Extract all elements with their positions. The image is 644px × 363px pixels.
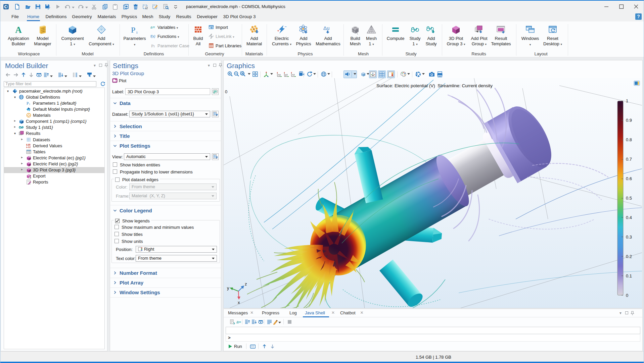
- svg-text:a: a: [150, 25, 152, 29]
- svg-text:0.1: 0.1: [626, 273, 632, 278]
- svg-text:A: A: [15, 25, 22, 35]
- svg-text:yz: yz: [285, 73, 288, 76]
- svg-text:y: y: [227, 286, 229, 291]
- svg-text:ı: ı: [136, 30, 138, 35]
- svg-text:0.7: 0.7: [626, 157, 632, 162]
- svg-text:−: −: [285, 25, 287, 29]
- svg-text:Δu: Δu: [323, 25, 329, 31]
- svg-text:xz: xz: [292, 73, 295, 76]
- svg-text:0: 0: [626, 293, 628, 298]
- svg-text:Surface: Electric potential (V: Surface: Electric potential (V) Streamli…: [376, 83, 493, 88]
- svg-text:0.8: 0.8: [626, 137, 632, 142]
- svg-text:f(x): f(x): [150, 35, 155, 38]
- svg-text:Pı: Pı: [151, 43, 155, 48]
- svg-text:0.2: 0.2: [626, 254, 632, 259]
- svg-text:0.4: 0.4: [626, 215, 632, 220]
- svg-text:ı: ı: [29, 102, 30, 106]
- svg-text:0.5: 0.5: [626, 196, 632, 201]
- svg-text:0.3: 0.3: [626, 235, 632, 240]
- svg-text:xy: xy: [278, 73, 281, 76]
- svg-text:0.9: 0.9: [626, 118, 632, 123]
- svg-text:z: z: [245, 281, 247, 287]
- svg-text:0: 0: [225, 89, 227, 94]
- svg-text:0.6: 0.6: [626, 176, 632, 181]
- svg-text:=: =: [239, 320, 241, 324]
- svg-text:=: =: [153, 25, 155, 29]
- svg-text:1: 1: [626, 98, 628, 103]
- svg-text:x: x: [238, 300, 240, 305]
- svg-text:P: P: [131, 25, 135, 34]
- svg-text:e-12: e-12: [26, 146, 31, 148]
- svg-text:a: a: [236, 320, 239, 324]
- svg-text:+: +: [277, 29, 279, 33]
- svg-text:P: P: [27, 101, 29, 106]
- svg-text:8.85: 8.85: [26, 144, 31, 146]
